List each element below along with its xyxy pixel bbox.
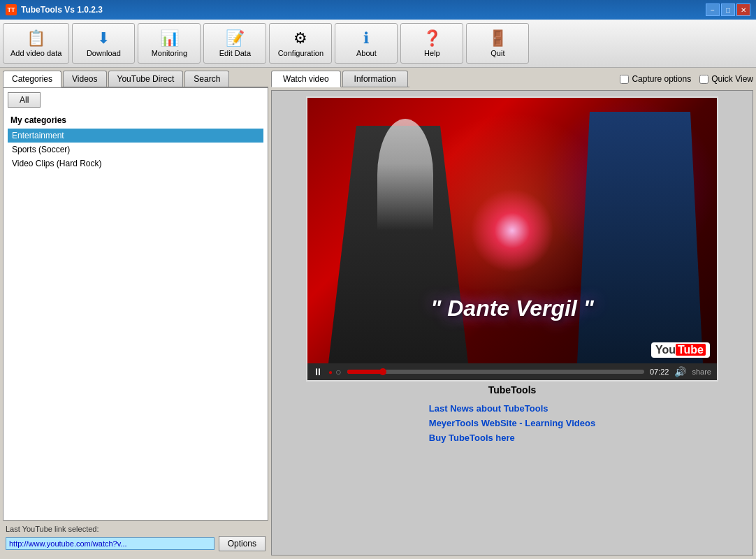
edit-data-label: Edit Data	[219, 49, 251, 57]
category-item-entertainment[interactable]: Entertainment	[8, 129, 263, 143]
add-video-label: Add video data	[10, 49, 61, 57]
configuration-button[interactable]: ⚙ Configuration	[269, 23, 332, 64]
help-button[interactable]: ❓ Help	[400, 23, 463, 64]
yt-link-row: http://www.youtube.com/watch?v... Option…	[6, 536, 266, 551]
video-container: " Dante Vergil " YouTube ⏸ ● ○	[271, 90, 753, 556]
tab-categories[interactable]: Categories	[3, 71, 61, 87]
edit-data-icon: 📝	[226, 29, 245, 48]
window-title: TubeTools Vs 1.0.2.3	[21, 5, 103, 15]
right-options: Capture options Quick View	[620, 74, 753, 84]
close-button[interactable]: ✕	[736, 3, 750, 16]
volume-icon[interactable]: 🔊	[674, 366, 686, 377]
right-tab-bar: Watch video Information	[271, 71, 409, 87]
quick-view-input[interactable]	[699, 75, 708, 84]
video-frame[interactable]: " Dante Vergil " YouTube ⏸ ● ○	[306, 96, 718, 382]
yt-link-label: Last YouTube link selected:	[6, 525, 266, 533]
configuration-label: Configuration	[278, 49, 324, 57]
quick-view-checkbox[interactable]: Quick View	[699, 74, 753, 84]
video-controls: ⏸ ● ○ 07:22 🔊 share	[307, 363, 717, 380]
edit-data-button[interactable]: 📝 Edit Data	[203, 23, 266, 64]
tab-watch-video[interactable]: Watch video	[271, 71, 341, 87]
tab-videos[interactable]: Videos	[63, 71, 106, 87]
about-label: About	[356, 49, 377, 57]
yt-link-display[interactable]: http://www.youtube.com/watch?v...	[6, 537, 215, 550]
download-icon: ⬇	[97, 29, 110, 48]
left-tab-bar: Categories Videos YouTube Direct Search	[3, 71, 268, 87]
left-content-area: All My categories Entertainment Sports (…	[3, 87, 268, 521]
add-video-icon: 📋	[27, 29, 45, 48]
share-button[interactable]: share	[692, 368, 711, 376]
pause-button[interactable]: ⏸	[313, 366, 323, 377]
monitoring-button[interactable]: 📊 Monitoring	[138, 23, 201, 64]
window-controls: − □ ✕	[706, 3, 750, 16]
progress-fill	[347, 370, 383, 374]
about-icon: ℹ	[363, 29, 369, 48]
video-title: TubeTools	[486, 382, 539, 398]
tab-information[interactable]: Information	[342, 71, 408, 87]
category-item-video-clips[interactable]: Video Clips (Hard Rock)	[8, 157, 263, 170]
quit-icon: 🚪	[488, 29, 507, 48]
quit-label: Quit	[490, 49, 504, 57]
right-panel: Watch video Information Capture options …	[271, 71, 753, 556]
category-item-sports[interactable]: Sports (Soccer)	[8, 143, 263, 157]
vergil-figure	[577, 112, 703, 363]
capture-options-label: Capture options	[632, 74, 691, 84]
configuration-icon: ⚙	[293, 29, 307, 48]
tab-youtube-direct[interactable]: YouTube Direct	[108, 71, 184, 87]
tab-search[interactable]: Search	[184, 71, 229, 87]
news-links: Last News about TubeTools MeyerTools Web…	[429, 398, 595, 448]
about-button[interactable]: ℹ About	[335, 23, 398, 64]
toolbar: 📋 Add video data ⬇ Download 📊 Monitoring…	[0, 20, 756, 68]
news-link-buy[interactable]: Buy TubeTools here	[429, 430, 595, 445]
options-button[interactable]: Options	[219, 536, 266, 551]
left-bottom: Last YouTube link selected: http://www.y…	[3, 521, 268, 556]
title-bar: TT TubeTools Vs 1.0.2.3 − □ ✕	[0, 0, 756, 20]
download-button[interactable]: ⬇ Download	[72, 23, 135, 64]
time-display: 07:22	[650, 368, 669, 376]
capture-options-checkbox[interactable]: Capture options	[620, 74, 691, 84]
add-video-data-button[interactable]: 📋 Add video data	[3, 23, 69, 64]
app-icon: TT	[6, 4, 17, 15]
youtube-logo-you: You	[655, 344, 676, 356]
help-label: Help	[424, 49, 440, 57]
left-panel: Categories Videos YouTube Direct Search …	[3, 71, 268, 556]
progress-dot	[379, 368, 386, 375]
video-thumbnail: " Dante Vergil " YouTube	[307, 98, 717, 363]
right-top-bar: Watch video Information Capture options …	[271, 71, 753, 87]
quit-button[interactable]: 🚪 Quit	[466, 23, 529, 64]
download-label: Download	[87, 49, 121, 57]
youtube-logo: YouTube	[651, 342, 710, 358]
progress-bar[interactable]	[347, 370, 644, 374]
minimize-button[interactable]: −	[706, 3, 720, 16]
monitoring-icon: 📊	[160, 29, 179, 48]
all-button[interactable]: All	[8, 92, 41, 108]
main-content: Categories Videos YouTube Direct Search …	[0, 68, 756, 558]
help-icon: ❓	[423, 29, 442, 48]
news-link-meyertools[interactable]: MeyerTools WebSite - Learning Videos	[429, 416, 595, 430]
monitoring-label: Monitoring	[152, 49, 187, 57]
quick-view-label: Quick View	[711, 74, 753, 84]
capture-options-input[interactable]	[620, 75, 629, 84]
categories-header: My categories	[8, 113, 263, 127]
maximize-button[interactable]: □	[721, 3, 735, 16]
news-link-tubetools[interactable]: Last News about TubeTools	[429, 401, 595, 416]
video-text-overlay: " Dante Vergil "	[430, 296, 594, 321]
